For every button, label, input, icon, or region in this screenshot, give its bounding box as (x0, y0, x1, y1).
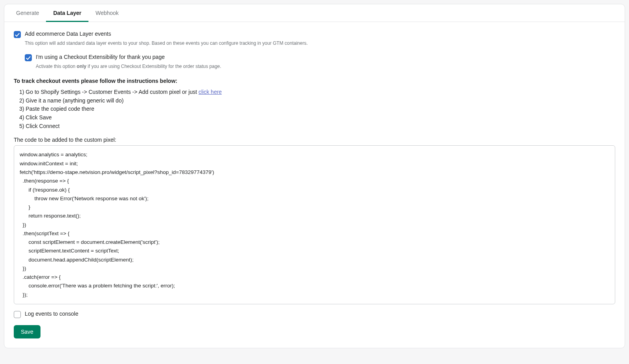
checkout-ext-help-only: only (77, 64, 86, 69)
click-here-link[interactable]: click here (199, 89, 222, 95)
instruction-step-1-text: 1) Go to Shopify Settings -> Customer Ev… (19, 89, 199, 95)
log-events-label: Log events to console (25, 311, 78, 317)
custom-pixel-code[interactable]: window.analytics = analytics; window.ini… (14, 145, 615, 304)
checkout-ext-label: I'm using a Checkout Extensibility for t… (36, 54, 165, 60)
instruction-step-3: 3) Paste the copied code there (19, 105, 615, 113)
checkout-ext-checkbox[interactable] (25, 54, 32, 61)
add-events-row: Add ecommerce Data Layer events (14, 31, 615, 38)
code-label: The code to be added to the custom pixel… (14, 137, 615, 143)
tab-webhook[interactable]: Webhook (88, 4, 126, 22)
checkout-ext-help: Activate this option only if you are usi… (36, 64, 615, 69)
tab-content: Add ecommerce Data Layer events This opt… (4, 22, 625, 348)
add-events-label: Add ecommerce Data Layer events (25, 31, 111, 37)
instruction-step-5: 5) Click Connect (19, 122, 615, 131)
instruction-step-4: 4) Click Save (19, 113, 615, 122)
tab-bar: Generate Data Layer Webhook (4, 4, 625, 22)
add-events-help: This option will add standard data layer… (25, 40, 615, 46)
add-events-checkbox[interactable] (14, 31, 21, 38)
checkout-ext-help-suffix: if you are using Checkout Extensibility … (86, 64, 221, 69)
instructions-heading: To track checkout events please follow t… (14, 78, 615, 84)
tab-generate[interactable]: Generate (9, 4, 46, 22)
checkout-ext-row: I'm using a Checkout Extensibility for t… (25, 54, 615, 61)
checkout-ext-help-prefix: Activate this option (36, 64, 77, 69)
checkout-ext-block: I'm using a Checkout Extensibility for t… (25, 54, 615, 69)
instruction-step-2: 2) Give it a name (anything generic will… (19, 97, 615, 105)
settings-card: Generate Data Layer Webhook Add ecommerc… (4, 4, 625, 348)
save-button[interactable]: Save (14, 325, 40, 338)
tab-data-layer[interactable]: Data Layer (46, 4, 88, 22)
instruction-step-1: 1) Go to Shopify Settings -> Customer Ev… (19, 88, 615, 97)
log-events-row: Log events to console (14, 311, 615, 318)
log-events-checkbox[interactable] (14, 311, 21, 318)
instructions-list: 1) Go to Shopify Settings -> Customer Ev… (19, 88, 615, 130)
